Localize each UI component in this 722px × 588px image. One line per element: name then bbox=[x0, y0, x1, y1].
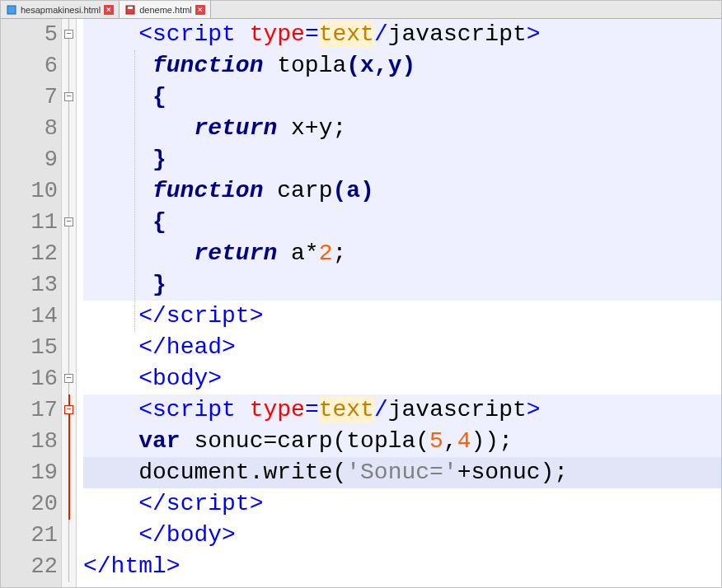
line-number: 21 bbox=[1, 520, 58, 551]
fold-toggle[interactable]: − bbox=[64, 30, 73, 39]
code-line[interactable]: return x+y; bbox=[83, 113, 721, 144]
fold-toggle[interactable]: − bbox=[64, 92, 73, 101]
code-line[interactable]: </html> bbox=[83, 551, 721, 582]
line-number: 18 bbox=[1, 426, 58, 457]
line-number: 6 bbox=[1, 50, 58, 82]
line-number: 15 bbox=[1, 332, 58, 363]
file-icon bbox=[6, 4, 17, 16]
line-number: 13 bbox=[1, 269, 58, 301]
tab-hesapmakinesi[interactable]: hesapmakinesi.html ✕ bbox=[1, 1, 120, 18]
code-line[interactable]: <script type=text/javascript> bbox=[83, 19, 721, 50]
code-line[interactable]: { bbox=[83, 82, 721, 113]
svg-rect-2 bbox=[128, 7, 133, 9]
line-number: 11 bbox=[1, 207, 58, 238]
code-line-current[interactable]: document.write('Sonuc='+sonuc); bbox=[83, 457, 721, 488]
line-number: 5 bbox=[1, 19, 58, 50]
fold-toggle[interactable]: − bbox=[64, 217, 73, 226]
code-line[interactable]: </script> bbox=[83, 301, 721, 332]
file-unsaved-icon bbox=[124, 4, 136, 16]
line-number: 12 bbox=[1, 238, 58, 269]
code-editor[interactable]: 5 6 7 8 9 10 11 12 13 14 15 16 17 18 19 … bbox=[1, 19, 721, 587]
tab-label: deneme.html bbox=[139, 5, 192, 15]
fold-toggle[interactable]: − bbox=[64, 405, 73, 414]
code-area[interactable]: <script type=text/javascript> function t… bbox=[77, 19, 721, 587]
tab-deneme[interactable]: deneme.html ✕ bbox=[120, 1, 211, 18]
code-line[interactable]: return a*2; bbox=[83, 238, 721, 269]
line-number: 22 bbox=[1, 551, 58, 582]
svg-rect-0 bbox=[7, 6, 16, 14]
close-icon[interactable]: ✕ bbox=[195, 5, 205, 15]
code-line[interactable]: </body> bbox=[83, 520, 721, 551]
fold-toggle[interactable]: − bbox=[64, 374, 73, 383]
code-line[interactable]: var sonuc=carp(topla(5,4)); bbox=[83, 426, 721, 457]
line-number: 17 bbox=[1, 394, 58, 426]
code-line[interactable]: </head> bbox=[83, 332, 721, 363]
code-line[interactable]: } bbox=[83, 269, 721, 301]
code-line[interactable]: { bbox=[83, 207, 721, 238]
line-number: 14 bbox=[1, 301, 58, 332]
indent-guide bbox=[134, 50, 135, 332]
line-number: 20 bbox=[1, 488, 58, 520]
code-line[interactable]: function topla(x,y) bbox=[83, 50, 721, 82]
line-number: 9 bbox=[1, 144, 58, 175]
code-line[interactable]: <body> bbox=[83, 363, 721, 394]
code-line[interactable]: } bbox=[83, 144, 721, 175]
line-number: 7 bbox=[1, 82, 58, 113]
line-number: 19 bbox=[1, 457, 58, 488]
line-number-gutter: 5 6 7 8 9 10 11 12 13 14 15 16 17 18 19 … bbox=[1, 19, 62, 587]
code-line[interactable]: function carp(a) bbox=[83, 175, 721, 207]
tab-bar: hesapmakinesi.html ✕ deneme.html ✕ bbox=[1, 1, 721, 19]
code-line[interactable]: </script> bbox=[83, 488, 721, 520]
code-line[interactable]: <script type=text/javascript> bbox=[83, 394, 721, 426]
line-number: 10 bbox=[1, 175, 58, 207]
tab-label: hesapmakinesi.html bbox=[21, 5, 101, 15]
line-number: 8 bbox=[1, 113, 58, 144]
line-number: 16 bbox=[1, 363, 58, 394]
fold-column: − − − − − bbox=[62, 19, 77, 587]
close-icon[interactable]: ✕ bbox=[104, 5, 114, 15]
